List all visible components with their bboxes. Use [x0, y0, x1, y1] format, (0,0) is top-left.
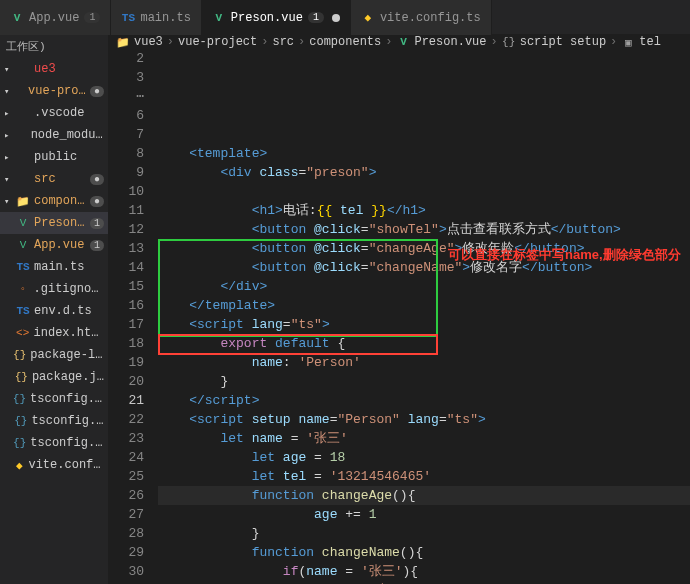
line-number: 12	[108, 220, 144, 239]
code-line[interactable]: </template>	[158, 296, 690, 315]
code-line[interactable]: age += 1	[158, 505, 690, 524]
breadcrumb-item[interactable]: tel	[639, 35, 661, 49]
tree-item[interactable]: {}tsconfig.json	[0, 410, 108, 432]
tree-item[interactable]: ▾vue-project●	[0, 80, 108, 102]
tree-item[interactable]: ▾📁compon…●	[0, 190, 108, 212]
breadcrumb-item[interactable]: src	[272, 35, 294, 49]
git-badge: 1	[90, 240, 104, 251]
line-number: 26	[108, 486, 144, 505]
line-number: 22	[108, 410, 144, 429]
code-line[interactable]: let tel = '13214546465'	[158, 467, 690, 486]
code-line[interactable]: <script lang="ts">	[158, 315, 690, 334]
chevron-icon: ▸	[4, 152, 12, 163]
file-name: package-lock.js…	[30, 348, 104, 362]
breadcrumb-item[interactable]: components	[309, 35, 381, 49]
code-line[interactable]: <button @click="showTel">点击查看联系方式</butto…	[158, 220, 690, 239]
editor-pane: 📁vue3›vue-project›src›components›VPreson…	[108, 35, 690, 584]
code-line[interactable]: </div>	[158, 277, 690, 296]
explorer-sidebar: 工作区) ▾ue3▾vue-project●▸.vscode▸node_modu…	[0, 35, 108, 584]
file-icon: V	[16, 217, 30, 229]
breadcrumb-item[interactable]: Preson.vue	[414, 35, 486, 49]
file-name: public	[34, 150, 77, 164]
breadcrumb-item[interactable]: script setup	[520, 35, 606, 49]
code-area[interactable]: 可以直接在标签中写name,删除绿色部分 <template> <div cla…	[158, 49, 690, 584]
annotation-text: 可以直接在标签中写name,删除绿色部分	[448, 245, 681, 264]
file-icon: {}	[13, 393, 26, 405]
tree-item[interactable]: {}package-lock.js…	[0, 344, 108, 366]
tab-label: Preson.vue	[231, 11, 303, 25]
tree-item[interactable]: ▸public	[0, 146, 108, 168]
code-line[interactable]: }	[158, 524, 690, 543]
file-name: tsconfig.app.json	[30, 392, 104, 406]
line-number: 14	[108, 258, 144, 277]
breadcrumb-item[interactable]: vue3	[134, 35, 163, 49]
tab-Preson-vue[interactable]: VPreson.vue1	[202, 0, 351, 35]
file-name: node_modules	[31, 128, 104, 142]
tree-item[interactable]: {}package.json	[0, 366, 108, 388]
code-line[interactable]: <h1>电话:{{ tel }}</h1>	[158, 201, 690, 220]
code-line[interactable]: <div class="preson">	[158, 163, 690, 182]
file-icon: TS	[16, 261, 30, 273]
code-line[interactable]: if(name = '张三'){	[158, 562, 690, 581]
tree-item[interactable]: ▾src●	[0, 168, 108, 190]
tree-item[interactable]: ▸node_modules	[0, 124, 108, 146]
chevron-right-icon: ›	[167, 35, 174, 49]
line-number: 19	[108, 353, 144, 372]
chevron-icon: ▾	[4, 64, 12, 75]
file-name: index.html	[34, 326, 104, 340]
file-tree: ▾ue3▾vue-project●▸.vscode▸node_modules▸p…	[0, 58, 108, 476]
file-icon: {}	[15, 371, 28, 383]
tab-label: main.ts	[140, 11, 190, 25]
file-icon: ◆	[14, 459, 24, 472]
tree-item[interactable]: <>index.html	[0, 322, 108, 344]
breadcrumb-item[interactable]: vue-project	[178, 35, 257, 49]
tree-item[interactable]: VPreson…1	[0, 212, 108, 234]
file-name: Preson…	[34, 216, 84, 230]
main-area: 工作区) ▾ue3▾vue-project●▸.vscode▸node_modu…	[0, 35, 690, 584]
tab-main-ts[interactable]: TSmain.ts	[111, 0, 201, 35]
code-line[interactable]: </script>	[158, 391, 690, 410]
tree-item[interactable]: VApp.vue1	[0, 234, 108, 256]
tree-item[interactable]: {}tsconfig.node.j…	[0, 432, 108, 454]
tree-item[interactable]: ▸.vscode	[0, 102, 108, 124]
file-icon: V	[10, 11, 24, 25]
code-line[interactable]: let name = '张三'	[158, 429, 690, 448]
file-name: App.vue	[34, 238, 84, 252]
code-line[interactable]: let age = 18	[158, 448, 690, 467]
chevron-icon: ▸	[4, 108, 12, 119]
line-number: 11	[108, 201, 144, 220]
tree-item[interactable]: TSenv.d.ts	[0, 300, 108, 322]
file-icon: TS	[121, 11, 135, 25]
chevron-icon: ▸	[4, 130, 11, 141]
tree-item[interactable]: ◆vite.config.ts	[0, 454, 108, 476]
tab-vite-config-ts[interactable]: ◆vite.config.ts	[351, 0, 492, 35]
file-icon: {}	[14, 415, 27, 427]
file-icon: ◦	[16, 283, 30, 295]
tab-App-vue[interactable]: VApp.vue1	[0, 0, 111, 35]
code-line[interactable]: name: 'Person'	[158, 353, 690, 372]
sidebar-header: 工作区)	[0, 35, 108, 58]
line-number: 16	[108, 296, 144, 315]
line-number: 20	[108, 372, 144, 391]
code-line[interactable]: <template>	[158, 144, 690, 163]
tab-badge: 1	[308, 12, 324, 23]
code-line[interactable]	[158, 182, 690, 201]
code-line[interactable]: }	[158, 372, 690, 391]
line-number: 24	[108, 448, 144, 467]
code-editor[interactable]: 23⋯6789101112131415161718192021222324252…	[108, 49, 690, 584]
tree-item[interactable]: ◦.gitignore	[0, 278, 108, 300]
code-line[interactable]: function changeAge(){	[158, 486, 690, 505]
line-number: 21	[108, 391, 144, 410]
tree-item[interactable]: ▾ue3	[0, 58, 108, 80]
file-icon: <>	[16, 327, 30, 339]
code-line[interactable]: <script setup name="Person" lang="ts">	[158, 410, 690, 429]
file-name: compon…	[34, 194, 84, 208]
code-line[interactable]: function changeName(){	[158, 543, 690, 562]
chevron-right-icon: ›	[385, 35, 392, 49]
tree-item[interactable]: TSmain.ts	[0, 256, 108, 278]
breadcrumbs[interactable]: 📁vue3›vue-project›src›components›VPreson…	[108, 35, 690, 49]
code-line[interactable]: export default {	[158, 334, 690, 353]
file-name: src	[34, 172, 56, 186]
breadcrumb-icon: V	[396, 36, 410, 48]
tree-item[interactable]: {}tsconfig.app.json	[0, 388, 108, 410]
